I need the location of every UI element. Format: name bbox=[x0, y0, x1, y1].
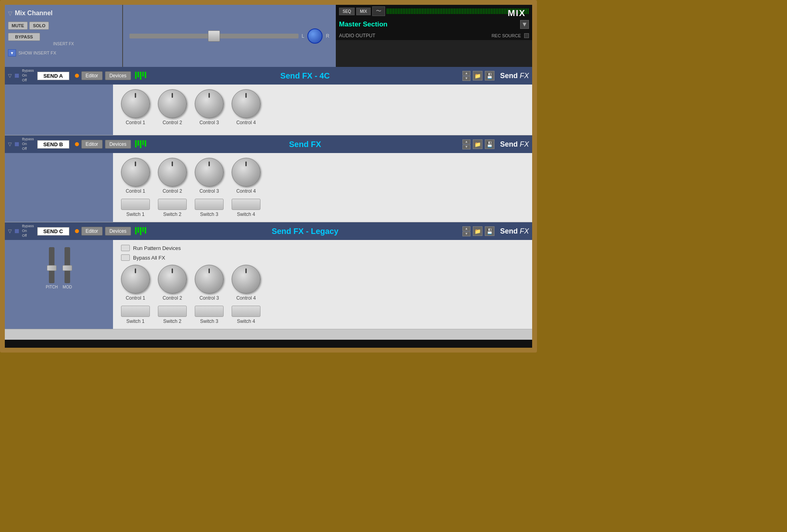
send-a-down-arrow[interactable]: ▼ bbox=[462, 76, 470, 81]
send-c-folder-button[interactable]: 📁 bbox=[473, 226, 482, 236]
send-b-fx-arrows: ▲ ▼ bbox=[462, 139, 470, 149]
pitch-fader-track[interactable] bbox=[49, 247, 54, 283]
fader-thumb[interactable] bbox=[208, 30, 220, 42]
send-a-arrow-icon[interactable]: ▽ bbox=[8, 73, 12, 79]
send-b-save-button[interactable]: 💾 bbox=[485, 139, 494, 149]
send-b-down-arrow[interactable]: ▼ bbox=[462, 145, 470, 149]
legacy-extras: Run Pattern Devices Bypass All FX bbox=[121, 245, 524, 261]
send-c-switches-row: Switch 1 Switch 2 Switch 3 bbox=[121, 306, 524, 324]
send-c-bypass-block: Bypass On Off bbox=[22, 224, 34, 238]
send-a-folder-button[interactable]: 📁 bbox=[473, 71, 482, 81]
knob-ring bbox=[158, 89, 187, 118]
send-c-switch-3-button[interactable] bbox=[195, 306, 224, 317]
send-b-bypass-label: Bypass bbox=[22, 137, 34, 142]
rec-source-checkbox[interactable] bbox=[524, 33, 529, 38]
send-c-devices-button[interactable]: Devices bbox=[105, 227, 131, 236]
fader-track[interactable] bbox=[129, 34, 299, 38]
send-b-control-2-knob[interactable] bbox=[158, 158, 187, 187]
send-c-save-button[interactable]: 💾 bbox=[485, 226, 494, 236]
send-c-control-4-knob[interactable] bbox=[232, 265, 260, 294]
send-b-switches-row: Switch 1 Switch 2 Switch 3 bbox=[121, 199, 524, 217]
mute-button[interactable]: MUTE bbox=[8, 22, 28, 30]
send-a-left-panel bbox=[5, 85, 113, 135]
send-c-switch-3-label: Switch 3 bbox=[200, 318, 218, 324]
bypass-all-checkbox[interactable] bbox=[121, 254, 130, 261]
mod-fader: MOD bbox=[63, 247, 72, 289]
send-c-status-dot bbox=[75, 229, 79, 233]
send-c-switch-4-button[interactable] bbox=[232, 306, 260, 317]
send-c-control-3-knob[interactable] bbox=[195, 265, 224, 294]
mix-button[interactable]: MIX bbox=[356, 8, 371, 15]
channel-arrow-icon[interactable]: ▽ bbox=[8, 10, 12, 16]
send-c-control-3-label: Control 3 bbox=[200, 295, 219, 301]
send-c-off-label: Off bbox=[22, 234, 34, 238]
seq-button[interactable]: SEQ bbox=[339, 8, 355, 15]
mute-solo-row: MUTE SOLO bbox=[8, 22, 119, 30]
send-a-knob-4: Control 4 bbox=[232, 89, 260, 125]
send-c-controls: Run Pattern Devices Bypass All FX bbox=[113, 240, 532, 329]
send-c-section: ▽ Bypass On Off SEND C Editor Devices bbox=[5, 222, 532, 329]
send-c-arrow-icon[interactable]: ▽ bbox=[8, 228, 12, 234]
send-a-control-4-knob[interactable] bbox=[232, 89, 260, 118]
send-b-control-4-label: Control 4 bbox=[236, 188, 256, 194]
pitch-fader-thumb[interactable] bbox=[47, 265, 57, 271]
master-section-dropdown[interactable]: ▼ bbox=[520, 20, 529, 29]
send-b-switch-2-button[interactable] bbox=[158, 199, 187, 210]
send-b-switch-3-button[interactable] bbox=[195, 199, 224, 210]
bypass-button[interactable]: BYPASS bbox=[8, 33, 40, 41]
knob-ring bbox=[121, 158, 150, 187]
send-c-knob-4: Control 4 bbox=[232, 265, 260, 301]
send-a-control-1-knob[interactable] bbox=[121, 89, 150, 118]
bottom-bar bbox=[5, 340, 532, 348]
pan-knob[interactable] bbox=[307, 28, 323, 44]
knob-ring bbox=[232, 89, 260, 118]
send-b-control-3-knob[interactable] bbox=[195, 158, 224, 187]
send-b-knobs-row: Control 1 Control 2 bbox=[121, 158, 524, 194]
send-a-control-3-knob[interactable] bbox=[195, 89, 224, 118]
send-a-controls: Control 1 Control 2 bbox=[113, 85, 532, 135]
send-c-switch-1-label: Switch 1 bbox=[126, 318, 144, 324]
send-a-editor-button[interactable]: Editor bbox=[81, 71, 103, 80]
send-b-folder-button[interactable]: 📁 bbox=[473, 139, 482, 149]
send-c-name[interactable]: SEND C bbox=[37, 227, 69, 236]
send-c-knob-2: Control 2 bbox=[158, 265, 187, 301]
send-c-on-label: On bbox=[22, 229, 34, 234]
send-b-devices-button[interactable]: Devices bbox=[105, 140, 131, 149]
send-b-switch-1-button[interactable] bbox=[121, 199, 150, 210]
send-c-control-2-knob[interactable] bbox=[158, 265, 187, 294]
send-a-name[interactable]: SEND A bbox=[37, 72, 69, 80]
waveform-button[interactable]: 〜 bbox=[372, 6, 385, 16]
send-c-editor-button[interactable]: Editor bbox=[81, 227, 103, 236]
send-b-name[interactable]: SEND B bbox=[37, 140, 69, 149]
send-b-up-arrow[interactable]: ▲ bbox=[462, 139, 470, 144]
send-a-save-button[interactable]: 💾 bbox=[485, 71, 494, 81]
run-pattern-checkbox[interactable] bbox=[121, 245, 130, 251]
send-b-control-4-knob[interactable] bbox=[232, 158, 260, 187]
send-b-switch-3-label: Switch 3 bbox=[200, 212, 218, 217]
solo-button[interactable]: SOLO bbox=[29, 22, 49, 30]
send-a-control-2-knob[interactable] bbox=[158, 89, 187, 118]
send-a-knobs-row: Control 1 Control 2 bbox=[121, 89, 524, 125]
send-b-arrow-icon[interactable]: ▽ bbox=[8, 141, 12, 147]
send-b-control-1-label: Control 1 bbox=[126, 188, 145, 194]
send-c-control-2-label: Control 2 bbox=[163, 295, 182, 301]
knob-ring bbox=[195, 265, 224, 294]
send-b-editor-button[interactable]: Editor bbox=[81, 140, 103, 149]
send-c-control-1-knob[interactable] bbox=[121, 265, 150, 294]
faders-row: PITCH MOD bbox=[8, 243, 110, 289]
rec-source-label: REC SOURCE bbox=[492, 33, 521, 38]
send-c-up-arrow[interactable]: ▲ bbox=[462, 226, 470, 231]
send-c-switch-4: Switch 4 bbox=[232, 306, 260, 324]
show-insert-arrow-icon: ▼ bbox=[8, 49, 16, 56]
send-b-switch-4-button[interactable] bbox=[232, 199, 260, 210]
send-c-switch-2-button[interactable] bbox=[158, 306, 187, 317]
mod-fader-track[interactable] bbox=[65, 247, 70, 283]
show-insert-fx-toggle[interactable]: ▼ SHOW INSERT FX bbox=[8, 49, 119, 56]
send-c-switch-2: Switch 2 bbox=[158, 306, 187, 324]
send-a-up-arrow[interactable]: ▲ bbox=[462, 71, 470, 76]
send-c-switch-1-button[interactable] bbox=[121, 306, 150, 317]
send-b-control-1-knob[interactable] bbox=[121, 158, 150, 187]
mod-fader-thumb[interactable] bbox=[63, 265, 72, 271]
send-a-devices-button[interactable]: Devices bbox=[105, 71, 131, 80]
send-c-down-arrow[interactable]: ▼ bbox=[462, 232, 470, 236]
